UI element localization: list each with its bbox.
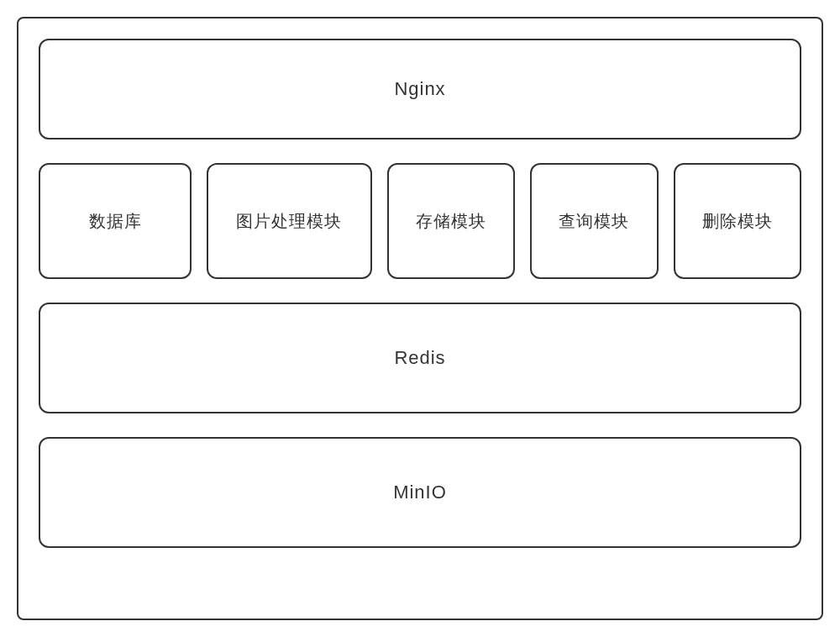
module-storage: 存储模块 [387, 163, 515, 279]
minio-box: MinIO [39, 437, 801, 548]
nginx-row: Nginx [39, 39, 801, 140]
modules-row: 数据库 图片处理模块 存储模块 查询模块 删除模块 [39, 163, 801, 279]
module-storage-label: 存储模块 [416, 210, 486, 233]
module-database: 数据库 [39, 163, 192, 279]
nginx-box: Nginx [39, 39, 801, 140]
architecture-diagram: Nginx 数据库 图片处理模块 存储模块 查询模块 删除模块 Redis Mi… [17, 17, 823, 620]
minio-label: MinIO [393, 482, 447, 503]
module-query: 查询模块 [530, 163, 658, 279]
module-image-processing-label: 图片处理模块 [236, 210, 342, 233]
module-image-processing: 图片处理模块 [207, 163, 372, 279]
nginx-label: Nginx [394, 78, 445, 100]
module-database-label: 数据库 [89, 210, 142, 233]
redis-box: Redis [39, 303, 801, 413]
redis-row: Redis [39, 303, 801, 413]
minio-row: MinIO [39, 437, 801, 548]
module-delete-label: 删除模块 [702, 210, 773, 233]
module-query-label: 查询模块 [559, 210, 629, 233]
module-delete: 删除模块 [674, 163, 801, 279]
redis-label: Redis [394, 347, 445, 369]
